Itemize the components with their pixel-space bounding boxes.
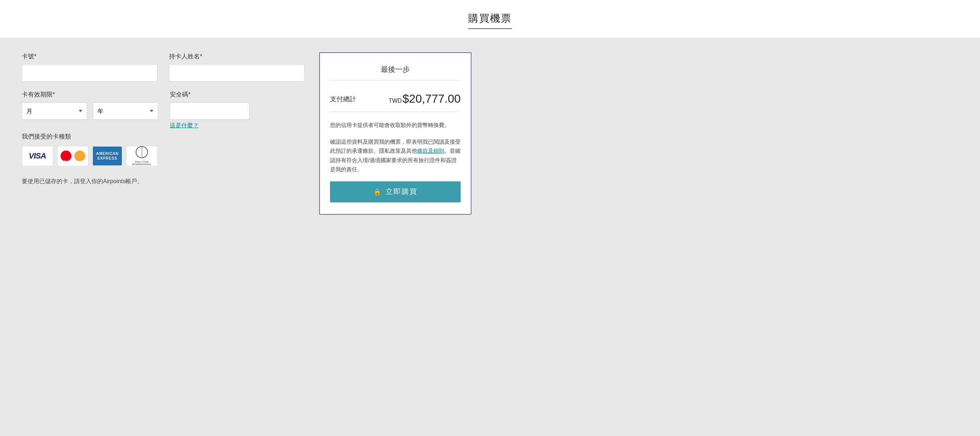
accepted-cards-label: 我們接受的卡種類 [22,132,305,141]
diners-line [142,147,142,158]
notice-1: 您的信用卡提供者可能會收取額外的貨幣轉換費。 [330,121,461,130]
payment-form-panel: 卡號* 持卡人姓名* 卡有效期限* 月 1234 5678 9101112 [22,52,305,185]
diners-text: Diners Club INTERNATIONAL [132,161,151,166]
expiry-month-select[interactable]: 月 1234 5678 9101112 [22,102,87,120]
cardholder-group: 持卡人姓名* [169,52,305,82]
total-currency: TWD [388,97,401,104]
purchase-button[interactable]: 🔒 立即購買 [330,181,461,202]
page-title-section: 購買機票 [0,0,980,38]
expiry-year-select[interactable]: 年 202420252026 202720282029 20302031 [93,102,158,120]
card-number-group: 卡號* [22,52,158,82]
top-fields-row: 卡號* 持卡人姓名* [22,52,305,82]
diners-logo: Diners Club INTERNATIONAL [126,146,158,166]
diners-circle [136,146,148,158]
order-summary-panel: 最後一步 支付總計 TWD$20,777.00 您的信用卡提供者可能會收取額外的… [319,52,471,215]
total-amount: TWD$20,777.00 [388,92,461,105]
purchase-button-label: 立即購買 [385,187,417,197]
airpoints-notice: 要使用已儲存的卡，請登入你的Airpoints帳戶。 [22,178,305,185]
bottom-fields-row: 卡有效期限* 月 1234 5678 9101112 年 20242025202… [22,90,305,129]
visa-icon: VISA [29,151,46,161]
accepted-cards-section: 我們接受的卡種類 VISA MasterCard AMERICAN EXPRES… [22,132,305,166]
total-row: 支付總計 TWD$20,777.00 [330,86,461,112]
security-group: 安全碼* 這是什麼？ [170,90,250,129]
security-label: 安全碼* [170,90,250,99]
notice-2: 確認這些資料及購買我的機票，即表明我已閱讀及接受此預訂的承運條款、隱私政策及其他… [330,137,461,174]
card-number-label: 卡號* [22,52,158,60]
airpoints-notice-text: 要使用已儲存的卡，請登入你的Airpoints帳戶。 [22,178,143,184]
expiry-label: 卡有效期限* [22,90,158,99]
expiry-selects: 月 1234 5678 9101112 年 202420252026 20272… [22,102,158,120]
terms-link[interactable]: 條款及細則 [417,148,444,154]
card-number-input[interactable] [22,64,158,82]
what-is-this-link[interactable]: 這是什麼？ [170,122,250,129]
summary-title: 最後一步 [330,65,461,81]
amex-text: AMERICAN EXPRESS [96,151,119,161]
mastercard-text: MasterCard [64,160,82,163]
card-logos: VISA MasterCard AMERICAN EXPRESS [22,146,305,166]
lock-icon: 🔒 [373,188,382,196]
expiry-group: 卡有效期限* 月 1234 5678 9101112 年 20242025202… [22,90,158,129]
cardholder-input[interactable] [169,64,305,82]
total-value: $20,777.00 [402,92,461,105]
visa-card-logo: VISA [22,146,53,166]
page-title: 購買機票 [468,12,512,29]
mastercard-logo: MasterCard [57,146,89,166]
main-content: 卡號* 持卡人姓名* 卡有效期限* 月 1234 5678 9101112 [0,38,980,436]
cardholder-label: 持卡人姓名* [169,52,305,60]
total-label: 支付總計 [330,95,356,103]
security-code-input[interactable] [170,102,250,120]
amex-logo: AMERICAN EXPRESS [93,146,122,165]
